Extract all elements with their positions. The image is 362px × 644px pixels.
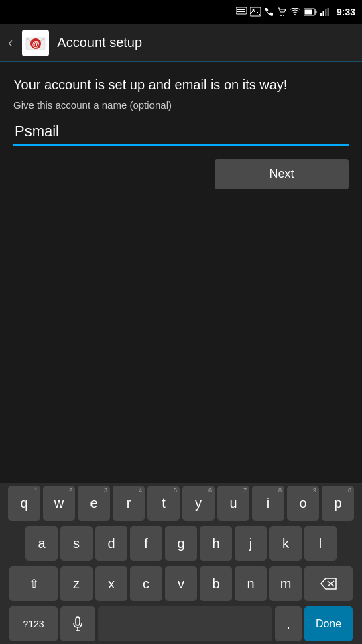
svg-rect-13: [315, 11, 316, 14]
keyboard-row-3: ⇧ z x c v b n m: [0, 564, 362, 604]
svg-rect-17: [325, 9, 327, 16]
key-b[interactable]: b: [200, 566, 232, 601]
back-arrow-icon[interactable]: ‹: [8, 34, 13, 52]
key-f[interactable]: f: [130, 526, 162, 561]
svg-text:@: @: [32, 40, 40, 48]
key-h[interactable]: h: [200, 526, 232, 561]
key-symbols[interactable]: ?123: [9, 606, 58, 641]
svg-rect-7: [243, 11, 245, 12]
key-g[interactable]: g: [165, 526, 197, 561]
key-o[interactable]: 9o: [287, 486, 319, 521]
key-s[interactable]: s: [60, 526, 93, 561]
shift-icon: ⇧: [29, 576, 39, 591]
keyboard-row-1: 1q 2w 3e 4r 5t 6y 7u 8i 9o 0p: [0, 483, 362, 523]
key-y[interactable]: 6y: [182, 486, 215, 521]
app-logo: @: [23, 31, 48, 55]
key-j[interactable]: j: [235, 526, 267, 561]
svg-rect-8: [250, 7, 261, 16]
key-l[interactable]: l: [304, 526, 337, 561]
key-delete[interactable]: [304, 566, 353, 601]
key-c[interactable]: c: [130, 566, 162, 601]
svg-rect-6: [239, 11, 243, 12]
key-microphone[interactable]: [60, 606, 95, 641]
main-content: Your account is set up and email is on i…: [0, 62, 362, 207]
key-w[interactable]: 2w: [43, 486, 75, 521]
key-done[interactable]: Done: [304, 606, 353, 641]
delete-icon: [320, 578, 337, 590]
app-icon: @: [22, 30, 49, 56]
button-row: Next: [13, 159, 349, 189]
top-bar-title: Account setup: [57, 35, 142, 50]
key-n[interactable]: n: [235, 566, 267, 601]
key-m[interactable]: m: [269, 566, 302, 601]
svg-point-10: [280, 15, 282, 16]
status-icons: [236, 7, 330, 17]
svg-point-11: [283, 15, 284, 16]
key-period[interactable]: .: [275, 606, 302, 641]
key-q[interactable]: 1q: [8, 486, 40, 521]
key-shift[interactable]: ⇧: [9, 566, 58, 601]
svg-rect-4: [243, 9, 245, 10]
status-time: 9:33: [337, 7, 355, 17]
top-bar: ‹ @ Account setup: [0, 24, 362, 62]
optional-label: Give this account a name (optional): [13, 99, 349, 111]
svg-rect-18: [327, 8, 329, 16]
svg-rect-5: [237, 11, 239, 12]
keyboard: 1q 2w 3e 4r 5t 6y 7u 8i 9o 0p a s d f g …: [0, 483, 362, 644]
key-k[interactable]: k: [269, 526, 302, 561]
battery-status-icon: [304, 8, 317, 16]
shopping-status-icon: [277, 7, 286, 17]
svg-rect-26: [76, 617, 80, 625]
svg-rect-15: [320, 13, 322, 16]
wifi-status-icon: [290, 8, 300, 16]
account-name-input[interactable]: [13, 120, 349, 144]
next-button[interactable]: Next: [215, 159, 349, 189]
phone-status-icon: [264, 7, 274, 17]
key-x[interactable]: x: [95, 566, 127, 601]
key-i[interactable]: 8i: [252, 486, 284, 521]
success-message: Your account is set up and email is on i…: [13, 75, 349, 94]
keyboard-row-4: ?123 . Done: [0, 604, 362, 644]
key-u[interactable]: 7u: [217, 486, 249, 521]
status-bar: 9:33: [0, 0, 362, 24]
signal-status-icon: [320, 8, 330, 16]
keyboard-row-2: a s d f g h j k l: [0, 523, 362, 564]
key-e[interactable]: 3e: [78, 486, 110, 521]
image-status-icon: [250, 7, 261, 17]
svg-rect-1: [237, 9, 239, 10]
svg-rect-16: [322, 11, 324, 16]
key-v[interactable]: v: [165, 566, 197, 601]
key-d[interactable]: d: [95, 526, 127, 561]
key-t[interactable]: 5t: [147, 486, 180, 521]
key-z[interactable]: z: [60, 566, 93, 601]
key-a[interactable]: a: [25, 526, 58, 561]
svg-marker-23: [321, 578, 336, 589]
key-space[interactable]: [98, 606, 272, 641]
account-name-container: [13, 120, 349, 146]
svg-rect-2: [239, 9, 241, 10]
key-p[interactable]: 0p: [322, 486, 354, 521]
keyboard-status-icon: [236, 7, 247, 17]
microphone-icon: [72, 616, 83, 631]
svg-rect-14: [304, 10, 312, 15]
key-r[interactable]: 4r: [113, 486, 145, 521]
svg-rect-3: [241, 9, 243, 10]
